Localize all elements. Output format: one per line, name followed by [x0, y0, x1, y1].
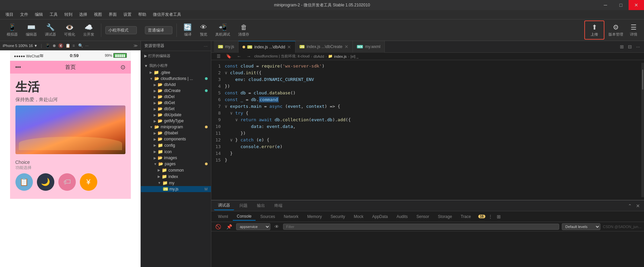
sim-icon-search[interactable]: 🔍 [78, 43, 83, 48]
console-tab-sensor[interactable]: Sensor [413, 213, 433, 220]
upload-button[interactable]: ⬆ 上传 [584, 20, 604, 40]
menu-file[interactable]: 文件 [17, 11, 31, 18]
mode-selector[interactable]: 小程序模式 [105, 26, 137, 34]
console-tab-security[interactable]: Security [326, 213, 349, 220]
console-tab-network[interactable]: Network [280, 213, 303, 220]
tree-myjs[interactable]: JS my.js M [141, 186, 211, 192]
tab-debugger[interactable]: 调试器 [214, 201, 234, 210]
eye-btn[interactable]: 👁 [273, 223, 280, 230]
console-tab-sources[interactable]: Sources [256, 213, 279, 220]
panel-expand-btn[interactable]: ⌃ [627, 203, 633, 209]
tree-dbCreate[interactable]: ▶ 📂 dbCreate [141, 88, 211, 94]
clearcache-button[interactable]: 🗑 清缓存 [235, 22, 252, 38]
tree-dbUpdate[interactable]: ▶ 📂 dbUpdate [141, 112, 211, 118]
tree-pages[interactable]: ▼ 📂 pages [141, 161, 211, 167]
console-tab-storage[interactable]: Storage [434, 213, 456, 220]
tree-babel[interactable]: ▶ 📂 @babel [141, 130, 211, 136]
tab-terminal[interactable]: 终端 [270, 202, 286, 210]
cloud-toggle[interactable]: ☁️ 云开发 [80, 22, 97, 38]
level-selector[interactable]: Default levels [562, 223, 600, 230]
tree-icon[interactable]: ▶ 📁 icon [141, 148, 211, 155]
maximize-button[interactable]: □ [613, 0, 629, 10]
tab-problems[interactable]: 问题 [235, 202, 252, 210]
split-icon[interactable]: ⊟ [627, 43, 633, 50]
compile-selector[interactable]: 普通编译 [145, 26, 172, 34]
console-tab-appdata[interactable]: AppData [368, 213, 392, 220]
toggle-sidebar-btn[interactable]: ☰ [215, 53, 223, 59]
console-tab-trace[interactable]: Trace [457, 213, 475, 220]
tree-images[interactable]: ▶ 📂 images [141, 155, 211, 161]
choice-icon-2[interactable]: 🌙 [37, 173, 54, 191]
filter-input[interactable] [283, 224, 559, 230]
open-editors-header[interactable]: ▶ 打开的编辑器 [141, 52, 211, 59]
tree-miniprogram[interactable]: ▼ 📂 miniprogram [141, 124, 211, 130]
menu-select[interactable]: 选择 [76, 11, 90, 18]
version-button[interactable]: ⚙ 版本管理 [606, 22, 626, 38]
tree-config[interactable]: ▶ 📁 config [141, 142, 211, 148]
code-line-4: }) [225, 83, 638, 90]
tab-mywxml[interactable]: WX my.wxml [353, 41, 385, 53]
pin-btn[interactable]: 📌 [225, 223, 233, 230]
detail-button[interactable]: ☰ 详情 [627, 22, 640, 38]
console-more-btn[interactable]: ⋮ [487, 213, 494, 220]
tab-indexjs-dbcreate[interactable]: JS index.js ...\dbCreate ✕ [296, 41, 353, 53]
code-content[interactable]: const cloud = require('wx-server-sdk') ∨… [225, 63, 641, 197]
menu-tools[interactable]: 工具 [47, 11, 60, 18]
tree-cloudfunctions[interactable]: ▼ 📂 cloudfunctions | ... [141, 76, 211, 82]
realtest-button[interactable]: 📲 真机调试 [213, 22, 233, 38]
menu-project[interactable]: 项目 [3, 11, 16, 18]
menu-edit[interactable]: 编辑 [32, 11, 46, 18]
tab-output[interactable]: 输出 [253, 202, 269, 210]
tree-dbAdd[interactable]: ▶ 📂 dbAdd [141, 82, 211, 88]
visualize-toggle[interactable]: 👁️ 可视化 [61, 22, 78, 38]
sim-icon-more[interactable]: ··· [85, 43, 89, 48]
choice-icon-1[interactable]: 📋 [15, 173, 33, 191]
menu-interface[interactable]: 界面 [106, 11, 119, 18]
debugger-toggle[interactable]: 🔧 调试器 [42, 22, 59, 38]
scroll-strip[interactable] [641, 63, 644, 197]
console-tab-memory[interactable]: Memory [303, 213, 326, 220]
service-selector[interactable]: appservice [236, 223, 270, 230]
menu-goto[interactable]: 转到 [62, 11, 75, 18]
tree-components[interactable]: ▶ 📂 components [141, 136, 211, 142]
more-icon[interactable]: ··· [635, 43, 641, 50]
tree-dbDel[interactable]: ▶ 📂 dbDel [141, 94, 211, 100]
device-label[interactable]: iPhone 5 100% 16 ▼ [3, 44, 38, 48]
minimize-button[interactable]: ─ [598, 0, 613, 10]
menu-help[interactable]: 帮助 [136, 11, 149, 18]
tree-getMyType[interactable]: ▶ 📂 getMyType [141, 118, 211, 124]
tree-my[interactable]: ▼ 📁 my [141, 180, 211, 186]
back-btn[interactable]: ← [235, 53, 243, 59]
tree-gitee[interactable]: ▶ 📁 .gitee [141, 69, 211, 76]
explorer-more-icon[interactable]: ··· [204, 43, 208, 49]
tab-myjs[interactable]: JS my.js [214, 41, 238, 53]
compile-button[interactable]: 🔄 编译 [181, 22, 195, 38]
panel-close-btn[interactable]: ✕ [635, 203, 641, 209]
tab-close-icon[interactable]: ✕ [287, 44, 291, 50]
clear-console-btn[interactable]: 🚫 [214, 223, 222, 230]
tree-index[interactable]: ▶ 📁 index [141, 173, 211, 180]
tree-dbSet[interactable]: ▶ 📂 dbSet [141, 106, 211, 112]
preview-button[interactable]: 👁 预览 [197, 22, 210, 38]
close-button[interactable]: ✕ [629, 0, 644, 10]
choice-icon-3[interactable]: 🏷 [58, 173, 76, 191]
forward-btn[interactable]: → [245, 53, 253, 59]
menu-wechat-tools[interactable]: 微信开发者工具 [150, 11, 184, 18]
bookmark-btn[interactable]: 🔖 [224, 53, 233, 59]
layout-icon[interactable]: ⊞ [619, 43, 625, 50]
my-program-header[interactable]: ▼ 我的小程序 [141, 62, 211, 69]
menu-settings[interactable]: 设置 [121, 11, 134, 18]
console-tab-wxml[interactable]: Wxml [214, 213, 232, 220]
console-tab-console[interactable]: Console [233, 213, 256, 221]
menu-view[interactable]: 视图 [91, 11, 105, 18]
tree-dbGet[interactable]: ▶ 📂 dbGet [141, 100, 211, 106]
console-tab-audits[interactable]: Audits [392, 213, 412, 220]
choice-icon-4[interactable]: ¥ [80, 173, 97, 191]
console-settings-btn[interactable]: ⊞ [495, 213, 502, 220]
tab-indexjs-dbadd[interactable]: JS index.js ...\dbAdd ✕ [238, 41, 296, 53]
editor-toggle[interactable]: ⌨️ 编辑器 [23, 22, 40, 38]
tree-common[interactable]: ▶ 📁 common [141, 167, 211, 173]
console-tab-mock[interactable]: Mock [350, 213, 368, 220]
simulator-toggle[interactable]: 📱 模拟器 [4, 22, 20, 38]
tab-close-icon-2[interactable]: ✕ [344, 44, 348, 49]
